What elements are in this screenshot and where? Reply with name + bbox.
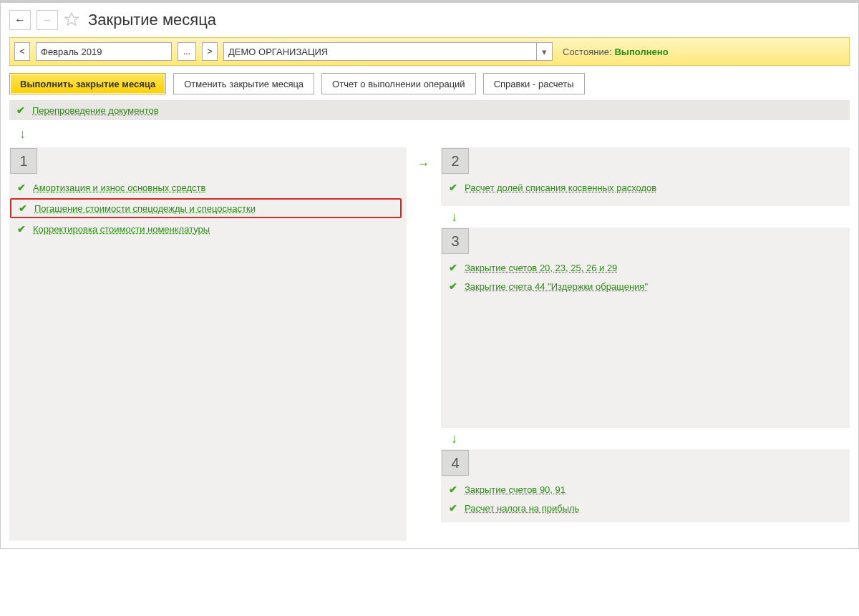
stage-3-number: 3	[442, 228, 469, 254]
stage-4-box: 4 Закрытие счетов 90, 91 Расчет налога н…	[441, 449, 850, 522]
check-icon	[16, 104, 25, 116]
stage-item-link[interactable]: Расчет налога на прибыль	[465, 503, 579, 514]
filter-bar: < Февраль 2019 ... > ДЕМО ОРГАНИЗАЦИЯ ▾ …	[9, 37, 850, 66]
check-icon	[449, 502, 457, 514]
period-value: Февраль 2019	[41, 47, 102, 57]
arrow-connector	[417, 147, 431, 170]
period-select-button[interactable]: ...	[178, 42, 196, 61]
period-prev-button[interactable]: <	[14, 42, 30, 61]
stage-3-items: Закрытие счетов 20, 23, 25, 26 и 29 Закр…	[442, 254, 849, 300]
stage-item: Амортизация и износ основных средств	[17, 178, 406, 197]
chevron-down-icon: ▾	[536, 43, 552, 60]
arrow-down-icon	[19, 127, 850, 140]
stages-flow: 1 Амортизация и износ основных средств П…	[9, 147, 850, 541]
status-block: Состояние: Выполнено	[563, 47, 669, 57]
stage-item-link[interactable]: Расчет долей списания косвенных расходов	[465, 182, 656, 193]
favorite-star-icon[interactable]	[64, 11, 79, 29]
arrow-down-icon	[451, 432, 850, 445]
period-next-button[interactable]: >	[202, 42, 218, 61]
check-icon	[449, 280, 457, 292]
pre-stage-strip: Перепроведение документов	[9, 100, 850, 120]
stage-2-number: 2	[442, 148, 469, 174]
arrow-right-icon	[417, 157, 430, 171]
arrow-down-icon	[451, 210, 850, 223]
pre-stage-link[interactable]: Перепроведение документов	[32, 105, 159, 116]
stage-item: Расчет налога на прибыль	[449, 499, 849, 517]
cancel-button[interactable]: Отменить закрытие месяца	[173, 73, 314, 94]
status-label: Состояние:	[563, 47, 611, 57]
stage-item-link[interactable]: Закрытие счетов 90, 91	[465, 484, 566, 495]
check-icon	[17, 223, 26, 235]
stage-1-box: 1 Амортизация и износ основных средств П…	[9, 147, 407, 541]
stage-item-link[interactable]: Амортизация и износ основных средств	[33, 182, 205, 193]
organization-select[interactable]: ДЕМО ОРГАНИЗАЦИЯ ▾	[223, 42, 553, 61]
check-icon	[449, 484, 457, 495]
check-icon	[449, 182, 457, 193]
stage-item-link[interactable]: Корректировка стоимости номенклатуры	[33, 224, 210, 235]
period-input[interactable]: Февраль 2019	[36, 42, 172, 61]
stage-2-box: 2 Расчет долей списания косвенных расход…	[441, 147, 850, 206]
stage-1-items: Амортизация и износ основных средств Пог…	[10, 174, 406, 243]
left-column: 1 Амортизация и износ основных средств П…	[9, 147, 407, 541]
stage-item: Расчет долей списания косвенных расходов	[449, 178, 849, 197]
arrow-left-icon	[14, 14, 26, 26]
stage-4-items: Закрытие счетов 90, 91 Расчет налога на …	[442, 476, 849, 522]
status-value: Выполнено	[614, 47, 668, 57]
stage-4-number: 4	[442, 450, 469, 476]
references-button[interactable]: Справки - расчеты	[483, 73, 585, 94]
stage-item: Корректировка стоимости номенклатуры	[17, 220, 406, 238]
stage-item: Закрытие счетов 90, 91	[449, 480, 849, 499]
nav-back-button[interactable]	[9, 10, 31, 30]
stage-item-highlighted: Погашение стоимости спецодежды и спецосн…	[10, 198, 402, 218]
stage-item-link[interactable]: Закрытие счетов 20, 23, 25, 26 и 29	[465, 263, 617, 273]
toolbar: Выполнить закрытие месяца Отменить закры…	[9, 73, 850, 94]
stage-item: Закрытие счетов 20, 23, 25, 26 и 29	[449, 258, 849, 277]
title-bar: Закрытие месяца	[9, 10, 850, 30]
main-window: Закрытие месяца < Февраль 2019 ... > ДЕМ…	[0, 0, 859, 549]
report-button[interactable]: Отчет о выполнении операций	[321, 73, 476, 94]
stage-2-items: Расчет долей списания косвенных расходов	[442, 174, 849, 201]
check-icon	[19, 202, 27, 214]
execute-button[interactable]: Выполнить закрытие месяца	[9, 73, 166, 94]
stage-item: Закрытие счета 44 "Издержки обращения"	[449, 277, 849, 295]
arrow-right-icon	[42, 14, 53, 26]
stage-item-link[interactable]: Погашение стоимости спецодежды и спецосн…	[34, 203, 256, 214]
check-icon	[449, 262, 457, 273]
organization-value: ДЕМО ОРГАНИЗАЦИЯ	[228, 47, 328, 57]
right-column: 2 Расчет долей списания косвенных расход…	[441, 147, 850, 522]
nav-forward-button[interactable]	[37, 10, 58, 30]
stage-3-box: 3 Закрытие счетов 20, 23, 25, 26 и 29 За…	[441, 228, 850, 428]
svg-marker-0	[65, 12, 78, 24]
check-icon	[17, 182, 26, 193]
stage-item-link[interactable]: Закрытие счета 44 "Издержки обращения"	[465, 281, 648, 292]
stage-1-number: 1	[10, 148, 37, 174]
page-title: Закрытие месяца	[88, 11, 216, 29]
